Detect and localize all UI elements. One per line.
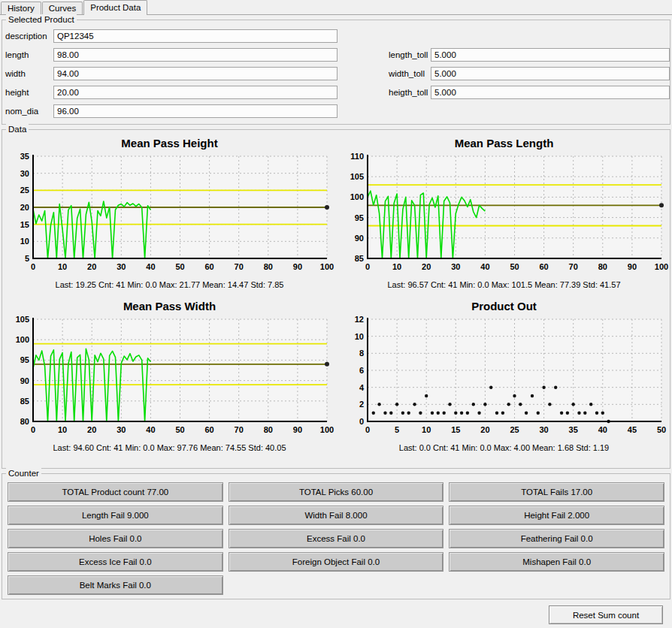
svg-text:10: 10 (58, 425, 67, 434)
svg-text:95: 95 (20, 355, 29, 364)
svg-text:50: 50 (510, 262, 519, 271)
svg-text:85: 85 (355, 254, 364, 263)
svg-text:80: 80 (264, 425, 273, 434)
counter-belt-marks-fail[interactable]: Belt Marks Fail 0.0 (8, 575, 223, 595)
svg-text:30: 30 (117, 262, 126, 271)
svg-text:70: 70 (569, 262, 578, 271)
group-data: Data Mean Pass Height 010203040506070809… (2, 129, 670, 469)
counter-excess-fail[interactable]: Excess Fail 0.0 (229, 529, 444, 548)
svg-text:6: 6 (359, 366, 364, 375)
chart-mean-pass-length: Mean Pass Length 01020304050607080901008… (337, 137, 671, 289)
tab-history[interactable]: History (1, 2, 41, 14)
tab-product-data[interactable]: Product Data (83, 0, 147, 15)
svg-text:60: 60 (539, 262, 548, 271)
svg-text:30: 30 (539, 425, 548, 434)
counter-excess-ice-fail[interactable]: Excess Ice Fail 0.0 (8, 552, 223, 572)
chart-plot: 0102030405060708090100859095100105110 (338, 152, 670, 275)
counter-mishapen-fail[interactable]: Mishapen Fail 0.0 (449, 552, 664, 572)
counter-length-fail[interactable]: Length Fail 9.000 (8, 506, 223, 525)
counter-height-fail[interactable]: Height Fail 2.000 (449, 506, 664, 525)
svg-text:45: 45 (628, 425, 637, 434)
width-label: width (5, 69, 53, 78)
svg-text:100: 100 (350, 192, 364, 201)
svg-text:20: 20 (87, 425, 96, 434)
group-selected-product: Selected Product description length widt… (2, 20, 670, 125)
nom-dia-input[interactable] (53, 104, 338, 118)
counter-foreign-object-fail[interactable]: Foreign Object Fail 0.0 (229, 552, 444, 572)
counter-total-fails[interactable]: TOTAL Fails 17.00 (449, 482, 664, 502)
width-toll-label: width_toll (389, 69, 431, 78)
heigth-toll-label: heigth_toll (389, 88, 431, 97)
svg-text:80: 80 (264, 262, 273, 271)
chart-product-out: Product Out 0510152025303540455002468101… (337, 300, 671, 452)
svg-text:10: 10 (392, 262, 401, 271)
svg-text:70: 70 (235, 262, 244, 271)
svg-text:20: 20 (20, 203, 29, 212)
svg-text:40: 40 (146, 262, 155, 271)
chart-mean-pass-height: Mean Pass Height 01020304050607080901005… (2, 137, 337, 289)
length-input[interactable] (53, 48, 338, 62)
description-label: description (5, 32, 53, 41)
svg-text:50: 50 (175, 425, 184, 434)
svg-text:50: 50 (175, 262, 184, 271)
svg-text:100: 100 (16, 335, 29, 344)
svg-text:15: 15 (20, 220, 29, 229)
width-toll-input[interactable] (431, 67, 670, 80)
group-label: Selected Product (6, 14, 77, 25)
svg-text:90: 90 (293, 262, 302, 271)
svg-text:105: 105 (16, 315, 29, 324)
svg-text:10: 10 (58, 262, 67, 271)
svg-text:70: 70 (235, 425, 244, 434)
reset-sum-count-button[interactable]: Reset Sum count (549, 605, 663, 624)
svg-text:90: 90 (20, 376, 29, 385)
width-input[interactable] (53, 67, 338, 80)
svg-text:0: 0 (365, 425, 370, 434)
counter-total-picks[interactable]: TOTAL Picks 60.00 (229, 482, 444, 502)
svg-text:90: 90 (355, 234, 364, 243)
chart-title: Mean Pass Height (2, 137, 337, 149)
svg-text:12: 12 (355, 315, 364, 324)
svg-text:100: 100 (320, 262, 334, 271)
height-label: height (5, 88, 53, 97)
svg-text:60: 60 (204, 262, 213, 271)
svg-text:85: 85 (20, 397, 29, 406)
height-input[interactable] (53, 86, 338, 99)
svg-text:40: 40 (480, 262, 489, 271)
svg-text:25: 25 (20, 186, 29, 195)
svg-text:25: 25 (510, 425, 519, 434)
chart-plot: 010203040506070809010080859095100105 (3, 315, 336, 438)
svg-text:0: 0 (31, 425, 35, 434)
svg-text:80: 80 (20, 417, 29, 426)
chart-grid: Mean Pass Height 01020304050607080901005… (2, 130, 670, 452)
svg-text:105: 105 (350, 172, 364, 181)
length-toll-label: length_toll (389, 50, 431, 59)
svg-text:40: 40 (146, 425, 155, 434)
tab-curves[interactable]: Curves (42, 2, 83, 14)
svg-text:20: 20 (422, 262, 431, 271)
chart-plot: 01020304050607080901005101520253035 (3, 152, 336, 275)
counter-width-fail[interactable]: Width Fail 8.000 (229, 506, 444, 525)
svg-text:80: 80 (598, 262, 607, 271)
group-counter: Counter TOTAL Product count 77.00 TOTAL … (2, 473, 670, 599)
svg-text:0: 0 (31, 262, 35, 271)
svg-text:40: 40 (598, 425, 607, 434)
svg-text:0: 0 (365, 262, 370, 271)
counter-feathering-fail[interactable]: Feathering Fail 0.0 (449, 529, 664, 548)
svg-text:30: 30 (451, 262, 460, 271)
counter-holes-fail[interactable]: Holes Fail 0.0 (8, 529, 223, 548)
chart-plot: 05101520253035404550024681012 (338, 315, 670, 438)
chart-stats: Last: 94.60 Cnt: 41 Min: 0.0 Max: 97.76 … (2, 443, 337, 452)
svg-text:8: 8 (359, 349, 364, 358)
counter-grid: TOTAL Product count 77.00 TOTAL Picks 60… (2, 474, 670, 599)
group-label: Counter (6, 468, 41, 479)
svg-text:4: 4 (359, 383, 365, 392)
svg-text:90: 90 (628, 262, 637, 271)
length-toll-input[interactable] (431, 48, 670, 62)
description-input[interactable] (53, 29, 338, 43)
counter-total-product-count[interactable]: TOTAL Product count 77.00 (8, 482, 223, 502)
svg-text:0: 0 (359, 417, 364, 426)
svg-text:90: 90 (293, 425, 302, 434)
heigth-toll-input[interactable] (431, 86, 670, 99)
svg-text:30: 30 (20, 169, 29, 178)
svg-text:100: 100 (320, 425, 334, 434)
